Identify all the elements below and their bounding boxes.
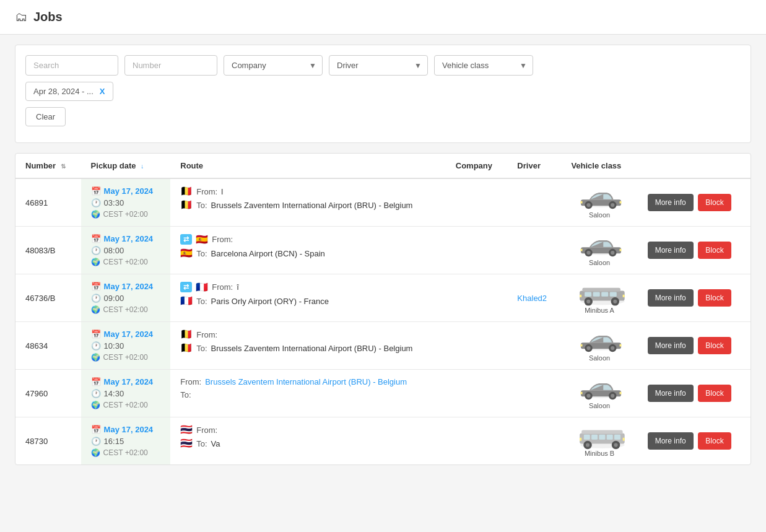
clock-icon: 🕐 <box>91 198 101 207</box>
route-from: 🇧🇪 From: l <box>180 186 436 196</box>
pickup-time: 🕐 03:30 <box>91 198 161 207</box>
svg-rect-7 <box>580 201 582 203</box>
search-input[interactable] <box>25 55 118 76</box>
number-input[interactable] <box>124 55 217 76</box>
route-cell: 🇹🇭 From: 🇹🇭 To: Va <box>170 417 446 465</box>
more-info-button[interactable]: More info <box>648 194 694 211</box>
table-row: 47960 📅 May 17, 2024 🕐 14:30 🌍 CEST +02:… <box>15 370 751 417</box>
route-from-link[interactable]: Brussels Zaventem International Airport … <box>205 377 407 386</box>
job-number: 48730 <box>25 437 48 446</box>
pickup-timezone: 🌍 CEST +02:00 <box>91 210 161 219</box>
main-content: Company ▼ Driver ▼ Vehicle class ▼ Apr 2… <box>0 35 766 475</box>
svg-rect-22 <box>610 292 617 296</box>
pickup-time: 🕐 10:30 <box>91 341 161 351</box>
col-number[interactable]: Number ⇅ <box>15 154 81 178</box>
calendar-icon: 📅 <box>91 329 101 339</box>
page-header: 🗂 Jobs <box>0 0 766 35</box>
sort-icon-pickup: ↓ <box>141 163 144 170</box>
svg-rect-20 <box>593 292 600 296</box>
flag-icon: 🇹🇭 <box>180 438 193 448</box>
route-cell: ⇄ 🇪🇸 From: 🇪🇸 To: Barcelona Airport (BCN… <box>170 227 446 274</box>
svg-point-11 <box>586 250 590 254</box>
job-number: 46736/B <box>25 294 55 303</box>
job-number-cell: 48083/B <box>15 227 81 274</box>
filter-row-3: Clear <box>25 107 741 126</box>
date-range-value: Apr 28, 2024 - ... <box>33 87 94 96</box>
flag-icon: 🇹🇭 <box>180 425 193 435</box>
driver-select-wrapper: Driver ▼ <box>329 55 428 76</box>
block-button[interactable]: Block <box>698 242 731 259</box>
more-info-button[interactable]: More info <box>648 385 694 402</box>
svg-rect-36 <box>580 344 582 346</box>
vehicle-class-select[interactable]: Vehicle class <box>434 55 533 76</box>
block-button[interactable]: Block <box>698 432 731 450</box>
driver-link[interactable]: Khaled2 <box>517 294 547 303</box>
col-pickup-date[interactable]: Pickup date ↓ <box>81 154 171 178</box>
route-cell: 🇧🇪 From: 🇧🇪 To: Brussels Zaventem Intern… <box>170 322 446 370</box>
svg-rect-35 <box>620 344 622 346</box>
vehicle-cell: Saloon <box>561 178 637 227</box>
col-company: Company <box>446 154 508 178</box>
more-info-button[interactable]: More info <box>648 289 694 307</box>
job-number-cell: 48730 <box>15 417 81 465</box>
route-to: 🇧🇪 To: Brussels Zaventem International A… <box>180 343 436 353</box>
clock-icon: 🕐 <box>91 341 101 351</box>
transfer-icon: ⇄ <box>180 282 192 292</box>
svg-rect-51 <box>607 434 613 439</box>
col-actions <box>638 154 751 178</box>
driver-cell <box>507 227 561 274</box>
jobs-icon: 🗂 <box>15 10 27 24</box>
job-number-cell: 46891 <box>15 178 81 227</box>
calendar-icon: 📅 <box>91 282 101 291</box>
svg-point-42 <box>611 393 614 397</box>
globe-icon: 🌍 <box>91 210 100 219</box>
route-from: ⇄ 🇫🇷 From: î <box>180 282 436 292</box>
svg-rect-15 <box>580 248 582 251</box>
vehicle-cell: Minibus B <box>561 417 637 465</box>
clear-filters-button[interactable]: Clear <box>25 107 66 126</box>
flag-icon: 🇧🇪 <box>180 329 193 339</box>
driver-cell <box>507 178 561 227</box>
vehicle-image <box>578 425 621 447</box>
route-to: 🇹🇭 To: Va <box>180 438 436 448</box>
col-driver: Driver <box>507 154 561 178</box>
more-info-button[interactable]: More info <box>648 242 694 259</box>
block-button[interactable]: Block <box>698 289 731 307</box>
svg-rect-28 <box>580 294 581 297</box>
svg-point-54 <box>586 443 590 447</box>
vehicle-cell: Minibus A <box>561 274 637 322</box>
date-range-filter[interactable]: Apr 28, 2024 - ... X <box>25 82 113 101</box>
flag-icon: 🇫🇷 <box>180 296 193 306</box>
svg-rect-57 <box>623 437 625 440</box>
col-vehicle-class: Vehicle class <box>561 154 637 178</box>
svg-point-34 <box>611 346 614 349</box>
svg-rect-18 <box>582 287 620 291</box>
more-info-button[interactable]: More info <box>648 432 694 450</box>
table-row: 46736/B 📅 May 17, 2024 🕐 09:00 🌍 CEST +0… <box>15 274 751 322</box>
more-info-button[interactable]: More info <box>648 337 694 354</box>
route-to: 🇫🇷 To: Paris Orly Airport (ORY) - France <box>180 296 436 306</box>
calendar-icon: 📅 <box>91 425 101 434</box>
clear-date-button[interactable]: X <box>100 87 105 96</box>
table-row: 48730 📅 May 17, 2024 🕐 16:15 🌍 CEST +02:… <box>15 417 751 465</box>
table-row: 48634 📅 May 17, 2024 🕐 10:30 🌍 CEST +02:… <box>15 322 751 370</box>
svg-rect-27 <box>623 294 625 297</box>
svg-point-3 <box>586 203 590 206</box>
pickup-time: 🕐 08:00 <box>91 246 161 255</box>
col-route: Route <box>170 154 446 178</box>
pickup-cell: 📅 May 17, 2024 🕐 16:15 🌍 CEST +02:00 <box>81 417 171 465</box>
vehicle-label: Saloon <box>571 211 627 219</box>
company-cell <box>446 322 508 370</box>
block-button[interactable]: Block <box>698 337 731 354</box>
vehicle-image <box>578 282 621 304</box>
driver-cell <box>507 322 561 370</box>
driver-cell: Khaled2 <box>507 274 561 322</box>
company-select[interactable]: Company <box>224 55 323 76</box>
block-button[interactable]: Block <box>698 385 731 402</box>
driver-select[interactable]: Driver <box>329 55 428 76</box>
clock-icon: 🕐 <box>91 246 101 255</box>
svg-point-32 <box>586 346 590 349</box>
block-button[interactable]: Block <box>698 194 731 211</box>
globe-icon: 🌍 <box>91 305 100 314</box>
job-number: 46891 <box>25 198 48 207</box>
